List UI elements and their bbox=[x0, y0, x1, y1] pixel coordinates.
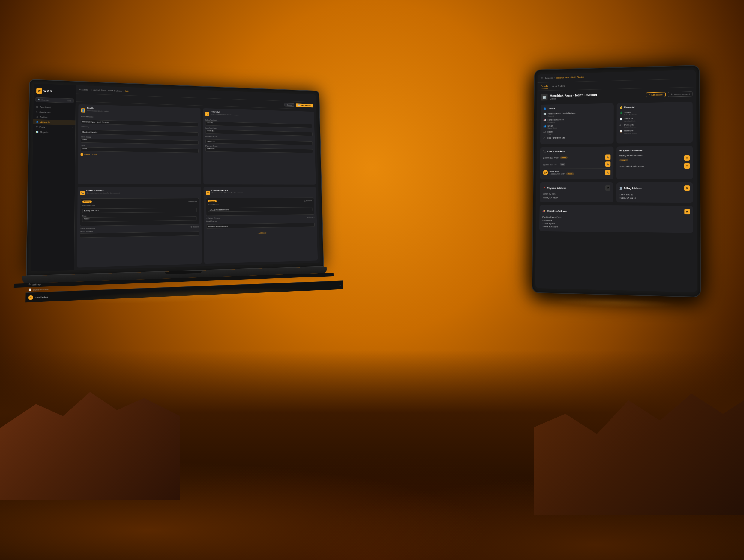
profile-row-icon-3: 🏷 bbox=[543, 131, 546, 134]
phone-number-input[interactable] bbox=[82, 208, 197, 213]
save-label: Save account bbox=[301, 104, 311, 107]
email-address-field2: Email Address bbox=[206, 219, 315, 229]
phone-remove-button2[interactable]: ⊘ Remove bbox=[190, 226, 199, 228]
email-info-1: service@fredrickfarm.com bbox=[620, 165, 644, 167]
remove-account-button[interactable]: ⊘ Remove account bbox=[668, 91, 693, 97]
profile-row-icon-0: 🏢 bbox=[543, 113, 546, 116]
phone-row-0: 1 (559) 333-4455 Mobile 📞 bbox=[543, 155, 610, 160]
laptop-main: Accounts › Hendrick Farm - North Divisio… bbox=[74, 85, 320, 270]
fin-content-0: Taxable Sales Tax Code bbox=[624, 111, 637, 116]
hamburger-icon[interactable]: ☰ bbox=[541, 77, 543, 80]
parts-icon: ⚙ bbox=[36, 126, 38, 128]
financial-subtitle: Financial information for the account bbox=[211, 113, 238, 116]
cancel-button[interactable]: Cancel bbox=[285, 103, 294, 107]
shipping-title-row: 🚚 Shipping Address 🗺 bbox=[543, 208, 690, 215]
fin-row-1: 🧾 Tulare EX Item Tax Code bbox=[620, 116, 690, 122]
fin-item-tax-label: Item Tax Code bbox=[624, 120, 635, 122]
edit-account-button[interactable]: ✎ Edit account bbox=[646, 92, 666, 97]
app-logo-icon: W bbox=[36, 88, 42, 94]
laptop-sidebar: W WOS 🔍 Search... Ctrl K ⊞ Dashboard ◈ O… bbox=[31, 84, 76, 271]
profile-section-icon: 👤 bbox=[544, 107, 547, 110]
account-header-left: 🏢 Hendrick Farm - North Division Smith bbox=[541, 92, 597, 101]
set-primary-button[interactable]: ☆ Set as Primary bbox=[80, 227, 95, 229]
resale-input[interactable] bbox=[206, 139, 313, 145]
physical-title: 📍 Physical Address bbox=[543, 187, 566, 189]
email-action-btn-0[interactable]: ✉ bbox=[684, 155, 690, 160]
save-button[interactable]: 💾 Save account bbox=[296, 104, 313, 107]
profile-row-1: 🏭 Hendrick Farm Inc Company bbox=[543, 118, 611, 123]
phone-info-0: 1 (559) 333-4455 Mobile bbox=[543, 157, 568, 159]
physical-address-text: 10010 Rd 123 Tulare, CA 93274 bbox=[543, 193, 610, 200]
search-placeholder: Search... bbox=[41, 99, 49, 101]
fin-payment-label: Payment Terms bbox=[624, 132, 637, 134]
contact-avatar: MA bbox=[543, 170, 548, 176]
phone-type-1: Fax bbox=[560, 163, 565, 165]
phone-call-btn-1[interactable]: 📞 bbox=[605, 161, 610, 167]
phone-num-1: 1 (558) 555-0101 bbox=[543, 163, 559, 165]
forklift-label: Forklift On Site bbox=[84, 154, 97, 156]
item-tax-field: Item Tax Code Tulare EX bbox=[206, 127, 312, 136]
search-bar[interactable]: 🔍 Search... Ctrl K bbox=[35, 97, 74, 103]
profile-company-name: Hendrick Farm Inc bbox=[548, 118, 564, 121]
fin-row-2: # 5432-1232 Resale Number bbox=[620, 122, 690, 128]
profile-forklift: Has Forklift On Site bbox=[548, 137, 565, 140]
breadcrumb-account-name[interactable]: Hendrick Farm - North Division bbox=[92, 89, 122, 92]
email-badge-0: Primary bbox=[620, 159, 628, 161]
contact-phone: 1 (559) 200-1234 bbox=[550, 173, 565, 175]
contact-call-btn[interactable]: 📞 bbox=[605, 170, 610, 175]
tab-details[interactable]: Details bbox=[541, 84, 548, 89]
breadcrumb-sep2: › bbox=[123, 90, 123, 92]
phone-card-1: Primary ⊘ Remove Phone Number Type Mobil… bbox=[80, 198, 199, 226]
profile-subtitle: Basic account information bbox=[87, 110, 109, 112]
set-email-primary-button[interactable]: ☆ Set as Primary bbox=[206, 217, 220, 219]
phone-remove-button[interactable]: ⊘ Remove bbox=[188, 200, 197, 202]
email-title-row: ✉ Email Addresses Contact email addresse… bbox=[206, 189, 314, 196]
sidebar-label-dashboard: Dashboard bbox=[40, 106, 51, 108]
email-address-input2[interactable] bbox=[206, 223, 315, 229]
breadcrumb-accounts[interactable]: Accounts bbox=[79, 88, 88, 91]
tab-work-orders[interactable]: Work Orders bbox=[552, 84, 565, 89]
fin-row-3: 📋 Net60 5% Payment Terms bbox=[620, 129, 690, 135]
shipping-action-btn[interactable]: 🗺 bbox=[684, 209, 690, 215]
phone-call-btn-0[interactable]: 📞 bbox=[605, 155, 611, 160]
app-name: WOS bbox=[43, 89, 52, 93]
company-label: Company bbox=[81, 126, 198, 130]
breadcrumb-edit: Edit bbox=[125, 90, 128, 92]
laptop-screen-outer: W WOS 🔍 Search... Ctrl K ⊞ Dashboard ◈ O… bbox=[26, 79, 324, 276]
add-email-button[interactable]: + Add Email bbox=[257, 232, 266, 234]
logo-letter: W bbox=[38, 89, 40, 92]
email-remove-button[interactable]: ⊘ Remove bbox=[304, 200, 312, 202]
tablet-breadcrumb-accounts[interactable]: Accounts bbox=[545, 77, 554, 79]
resale-label: Resale Number bbox=[206, 136, 312, 140]
company-field: Company bbox=[81, 126, 198, 137]
email-action-btn-1[interactable]: ✉ bbox=[684, 163, 690, 169]
profile-account-label: Account bbox=[548, 115, 575, 117]
physical-title-row: 📍 Physical Address 🗺 bbox=[543, 185, 610, 191]
profile-row-3: 🏷 Retail Type bbox=[543, 130, 611, 135]
physical-action-btn[interactable]: 🗺 bbox=[605, 185, 610, 191]
company-input[interactable] bbox=[81, 130, 198, 137]
billing-action-btn[interactable]: 🗺 bbox=[684, 185, 690, 191]
phone-subtitle: Contact phone numbers for the account bbox=[86, 192, 120, 194]
physical-line-0: 10010 Rd 123 bbox=[543, 193, 610, 196]
tablet-email-section: ✉ Email Addresses office@fredrickfarm.co… bbox=[617, 146, 693, 179]
account-name-field: Account Name bbox=[81, 115, 198, 126]
sidebar-item-reports[interactable]: 📊 Reports › bbox=[33, 129, 75, 135]
email-primary-badge: Primary bbox=[208, 200, 217, 202]
email-remove-button2[interactable]: ⊘ Remove bbox=[307, 216, 315, 218]
contact-call-icon[interactable]: 📞 bbox=[605, 170, 610, 175]
phone-type-select[interactable]: Mobile bbox=[82, 216, 197, 222]
account-name-input[interactable] bbox=[81, 120, 198, 127]
tablet-physical-address: 📍 Physical Address 🗺 10010 Rd 123 Tulare… bbox=[540, 182, 613, 202]
primary-badge: Primary bbox=[82, 200, 92, 203]
phone-number-label: Phone Number bbox=[82, 204, 197, 207]
email-card-1: Primary ⊘ Remove Email Address bbox=[206, 198, 315, 216]
edit-icon: ✎ bbox=[648, 94, 650, 96]
profile-type: Retail bbox=[548, 130, 553, 134]
forklift-checkbox[interactable]: Forklift On Site bbox=[81, 153, 198, 157]
profile-row-icon-4: ✓ bbox=[543, 137, 546, 140]
email-address-input[interactable] bbox=[208, 207, 312, 212]
billing-icon: 🏦 bbox=[620, 187, 623, 190]
phone-title-text: Phone Numbers Contact phone numbers for … bbox=[86, 189, 120, 196]
tablet-phone-title: 📞 Phone Numbers bbox=[543, 150, 610, 153]
